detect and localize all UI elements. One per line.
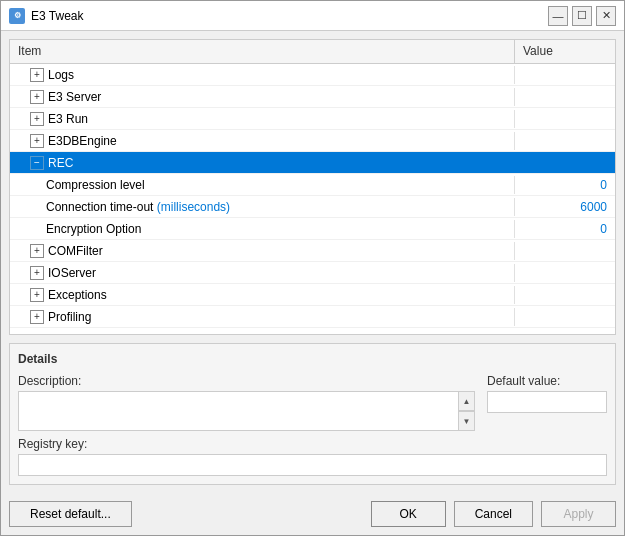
- expand-icon[interactable]: +: [30, 134, 44, 148]
- row-value: [515, 315, 615, 319]
- table-row[interactable]: + Logs: [10, 64, 615, 86]
- header-item: Item: [10, 40, 515, 63]
- default-value-label: Default value:: [487, 374, 607, 388]
- scroll-up-button[interactable]: ▲: [458, 391, 475, 411]
- footer: Reset default... OK Cancel Apply: [1, 493, 624, 535]
- tree-body[interactable]: + Logs + E3 Server +: [10, 64, 615, 334]
- row-value: [515, 293, 615, 297]
- row-value: 6000: [515, 198, 615, 216]
- row-label: Compression level: [46, 178, 145, 192]
- row-value: [515, 117, 615, 121]
- row-label: REC: [48, 156, 73, 170]
- row-label: IOServer: [48, 266, 96, 280]
- table-row[interactable]: + COMFilter: [10, 240, 615, 262]
- reset-default-button[interactable]: Reset default...: [9, 501, 132, 527]
- cancel-button[interactable]: Cancel: [454, 501, 533, 527]
- table-row[interactable]: Encryption Option 0: [10, 218, 615, 240]
- table-row[interactable]: + IOServer: [10, 262, 615, 284]
- row-label: Encryption Option: [46, 222, 141, 236]
- row-label: E3 Server: [48, 90, 101, 104]
- row-label: Exceptions: [48, 288, 107, 302]
- row-value: [515, 95, 615, 99]
- table-row[interactable]: + E3DBEngine: [10, 130, 615, 152]
- header-value: Value: [515, 40, 615, 63]
- row-label: E3 Run: [48, 112, 88, 126]
- table-row[interactable]: + E3 Run: [10, 108, 615, 130]
- row-label: E3DBEngine: [48, 134, 117, 148]
- row-value: [515, 271, 615, 275]
- expand-icon[interactable]: +: [30, 68, 44, 82]
- expand-icon[interactable]: +: [30, 90, 44, 104]
- table-row[interactable]: + Exceptions: [10, 284, 615, 306]
- row-value: 0: [515, 220, 615, 238]
- row-label: Connection time-out (milliseconds): [46, 200, 230, 214]
- description-input[interactable]: [18, 391, 475, 431]
- expand-icon[interactable]: +: [30, 266, 44, 280]
- close-button[interactable]: ✕: [596, 6, 616, 26]
- window-title: E3 Tweak: [31, 9, 83, 23]
- app-icon: ⚙: [9, 8, 25, 24]
- row-label: Profiling: [48, 310, 91, 324]
- row-value: [515, 249, 615, 253]
- scroll-down-button[interactable]: ▼: [458, 411, 475, 431]
- table-row-rec[interactable]: − REC: [10, 152, 615, 174]
- registry-key-input[interactable]: [18, 454, 607, 476]
- title-bar: ⚙ E3 Tweak — ☐ ✕: [1, 1, 624, 31]
- row-label: COMFilter: [48, 244, 103, 258]
- row-value: [515, 139, 615, 143]
- table-row[interactable]: + E3 Server: [10, 86, 615, 108]
- row-value: [515, 161, 615, 165]
- expand-icon[interactable]: +: [30, 112, 44, 126]
- expand-icon[interactable]: +: [30, 244, 44, 258]
- tree-table[interactable]: Item Value + Logs + E3 Server: [9, 39, 616, 335]
- apply-button[interactable]: Apply: [541, 501, 616, 527]
- content-area: Item Value + Logs + E3 Server: [1, 31, 624, 493]
- expand-icon[interactable]: +: [30, 288, 44, 302]
- registry-key-label: Registry key:: [18, 437, 607, 451]
- default-value-input[interactable]: [487, 391, 607, 413]
- row-value: [515, 73, 615, 77]
- table-header: Item Value: [10, 40, 615, 64]
- row-label: Logs: [48, 68, 74, 82]
- minimize-button[interactable]: —: [548, 6, 568, 26]
- table-row[interactable]: Connection time-out (milliseconds) 6000: [10, 196, 615, 218]
- details-title: Details: [18, 352, 607, 366]
- table-row[interactable]: Compression level 0: [10, 174, 615, 196]
- expand-icon[interactable]: +: [30, 310, 44, 324]
- table-row[interactable]: + Profiling: [10, 306, 615, 328]
- details-section: Details Description: ▲ ▼ Default value:: [9, 343, 616, 485]
- expand-icon[interactable]: −: [30, 156, 44, 170]
- row-value: 0: [515, 176, 615, 194]
- maximize-button[interactable]: ☐: [572, 6, 592, 26]
- main-window: ⚙ E3 Tweak — ☐ ✕ Item Value + Logs: [0, 0, 625, 536]
- description-label: Description:: [18, 374, 475, 388]
- ok-button[interactable]: OK: [371, 501, 446, 527]
